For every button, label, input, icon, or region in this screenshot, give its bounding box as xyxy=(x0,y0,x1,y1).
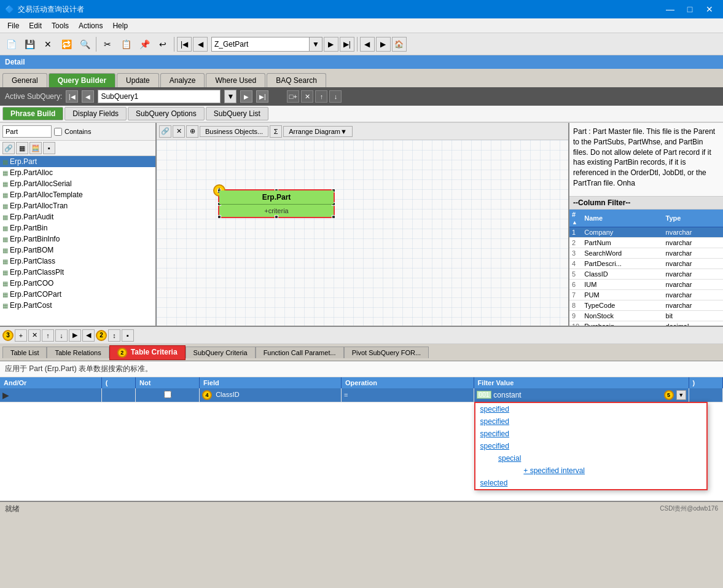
table-item-5[interactable]: ▦Erp.PartBin xyxy=(0,222,155,233)
bottom-up-btn[interactable]: ↑ xyxy=(42,329,54,342)
bottom-tab-table-criteria[interactable]: 2 Table Criteria xyxy=(109,345,186,360)
home-button[interactable]: 🏠 xyxy=(392,37,407,52)
dropdown-item-1[interactable]: specified constant xyxy=(475,415,706,428)
business-objects-btn[interactable]: Business Objects... xyxy=(200,126,268,137)
first-button[interactable]: |◀ xyxy=(177,37,192,52)
sub-tab-subquery-options[interactable]: SubQuery Options xyxy=(128,107,205,120)
copy-button[interactable]: 📋 xyxy=(117,36,135,53)
column-row-1[interactable]: 1 Company nvarchar xyxy=(569,227,723,238)
subquery-remove[interactable]: ✕ xyxy=(301,90,313,103)
tab-where-used[interactable]: Where Used xyxy=(206,73,265,87)
subquery-add[interactable]: □+ xyxy=(287,90,299,103)
table-icon-btn[interactable]: ▦ xyxy=(16,142,28,154)
dropdown-item-4[interactable]: BAQ special constant xyxy=(475,452,706,465)
bottom-tab-function-call[interactable]: Function Call Paramet... xyxy=(256,347,344,358)
tab-general[interactable]: General xyxy=(2,73,47,87)
resize-handle-bl[interactable] xyxy=(217,215,221,219)
sub-tab-display-fields[interactable]: Display Fields xyxy=(64,107,127,120)
bottom-tab-table-relations[interactable]: Table Relations xyxy=(47,347,109,358)
criteria-header-operation[interactable]: Operation xyxy=(342,377,474,388)
column-row-4[interactable]: 4 PartDescri... nvarchar xyxy=(569,259,723,269)
maximize-button[interactable]: □ xyxy=(681,1,698,18)
criteria-header-close-paren[interactable]: ) xyxy=(689,377,722,388)
criteria-cell-filter-value[interactable]: 001 constant 5 ▼ specified table field v… xyxy=(474,388,689,402)
column-row-9[interactable]: 9 NonStock bit xyxy=(569,311,723,321)
table-item-11[interactable]: ▦Erp.PartCOPart xyxy=(0,289,155,300)
arrange-diagram-btn[interactable]: Arrange Diagram▼ xyxy=(283,126,353,137)
bottom-extra-btn[interactable]: ▪ xyxy=(122,329,134,342)
last-button[interactable]: ▶| xyxy=(340,37,354,52)
criteria-header-filter-value[interactable]: Filter Value xyxy=(474,377,689,388)
table-item-10[interactable]: ▦Erp.PartCOO xyxy=(0,278,155,289)
dropdown-item-2[interactable]: specified expression xyxy=(475,428,706,440)
bottom-tab-pivot-subquery[interactable]: Pivot SubQuery FOR... xyxy=(344,347,429,358)
delete-button[interactable]: ✕ xyxy=(39,36,57,53)
extra-btn[interactable]: ▪ xyxy=(43,142,55,154)
table-item-2[interactable]: ▦Erp.PartAllocTemplate xyxy=(0,189,155,200)
table-item-3[interactable]: ▦Erp.PartAllocTran xyxy=(0,200,155,211)
resize-handle-bm[interactable] xyxy=(275,215,278,219)
not-checkbox[interactable] xyxy=(164,391,171,398)
table-search-input[interactable] xyxy=(2,125,52,138)
calc-btn[interactable]: 🧮 xyxy=(29,142,42,154)
column-row-5[interactable]: 5 ClassID nvarchar xyxy=(569,269,723,280)
bottom-right-btn[interactable]: ▶ xyxy=(69,329,81,342)
undo-button[interactable]: ↩ xyxy=(154,36,171,53)
dropdown-link-1[interactable]: specified xyxy=(480,417,509,426)
dropdown-item-3[interactable]: specified parameter xyxy=(475,440,706,452)
dropdown-item-6[interactable]: selected value(s) of field from specifie… xyxy=(475,477,706,489)
diagram-join-btn[interactable]: ⊕ xyxy=(186,125,198,138)
dropdown-link-special-4[interactable]: special xyxy=(498,454,521,463)
contains-checkbox[interactable] xyxy=(54,128,62,136)
criteria-header-not[interactable]: Not xyxy=(136,377,200,388)
menu-help[interactable]: Help xyxy=(107,20,133,31)
back-button[interactable]: ◀ xyxy=(360,37,375,52)
menu-edit[interactable]: Edit xyxy=(24,20,47,31)
table-item-6[interactable]: ▦Erp.PartBinInfo xyxy=(0,233,155,245)
column-row-2[interactable]: 2 PartNum nvarchar xyxy=(569,238,723,248)
criteria-header-open-paren[interactable]: ( xyxy=(101,377,135,388)
new-button[interactable]: 📄 xyxy=(2,36,20,53)
criteria-header-field[interactable]: Field xyxy=(200,377,342,388)
tab-baq-search[interactable]: BAQ Search xyxy=(267,73,326,87)
save-button[interactable]: 💾 xyxy=(21,36,38,53)
link-btn[interactable]: 🔗 xyxy=(2,142,15,154)
criteria-header-andor[interactable]: And/Or xyxy=(0,377,101,388)
dropdown-item-0[interactable]: specified table field value xyxy=(475,403,706,415)
sub-tab-phrase-build[interactable]: Phrase Build xyxy=(2,107,63,120)
tab-analyze[interactable]: Analyze xyxy=(160,73,205,87)
diagram-link-btn[interactable]: 🔗 xyxy=(159,125,171,138)
cut-button[interactable]: ✂ xyxy=(99,36,116,53)
bottom-tab-subquery-criteria[interactable]: SubQuery Criteria xyxy=(186,347,256,358)
menu-tools[interactable]: Tools xyxy=(47,20,74,31)
prev-button[interactable]: ◀ xyxy=(193,37,208,52)
bottom-left-btn[interactable]: ◀ xyxy=(82,329,95,342)
dropdown-item-5[interactable]: Current date + specified interval xyxy=(475,465,706,477)
dropdown-link-2[interactable]: specified xyxy=(480,429,509,438)
subquery-up[interactable]: ↑ xyxy=(315,90,327,103)
filter-dropdown-btn[interactable]: ▼ xyxy=(676,390,686,400)
table-item-7[interactable]: ▦Erp.PartBOM xyxy=(0,245,155,256)
refresh-button[interactable]: 🔁 xyxy=(58,36,75,53)
bottom-add-btn[interactable]: + xyxy=(15,329,27,342)
dropdown-link-0[interactable]: specified xyxy=(480,405,509,414)
dropdown-link-6[interactable]: selected xyxy=(480,479,508,487)
resize-handle-br[interactable] xyxy=(332,215,335,219)
column-row-3[interactable]: 3 SearchWord nvarchar xyxy=(569,248,723,259)
filter-value-display[interactable]: 001 constant 5 ▼ xyxy=(477,390,686,401)
criteria-cell-not[interactable] xyxy=(136,388,200,402)
sigma-btn[interactable]: Σ xyxy=(270,125,282,138)
table-item-8[interactable]: ▦Erp.PartClass xyxy=(0,256,155,267)
subquery-prev[interactable]: ◀ xyxy=(82,90,94,103)
query-name-input[interactable] xyxy=(211,37,310,52)
column-row-6[interactable]: 6 IUM nvarchar xyxy=(569,280,723,290)
subquery-next[interactable]: ▶ xyxy=(240,90,252,103)
bottom-tab-table-list[interactable]: Table List xyxy=(2,347,47,358)
table-item-erp-part[interactable]: ▦Erp.Part xyxy=(0,156,155,167)
query-dropdown-button[interactable]: ▼ xyxy=(310,37,322,52)
subquery-dropdown[interactable]: ▼ xyxy=(224,90,236,103)
tab-update[interactable]: Update xyxy=(117,73,159,87)
diagram-table-erp-part[interactable]: 1 Erp.Part +criteria xyxy=(218,189,335,218)
close-button[interactable]: ✕ xyxy=(701,1,718,18)
search-button[interactable]: 🔍 xyxy=(76,36,93,53)
